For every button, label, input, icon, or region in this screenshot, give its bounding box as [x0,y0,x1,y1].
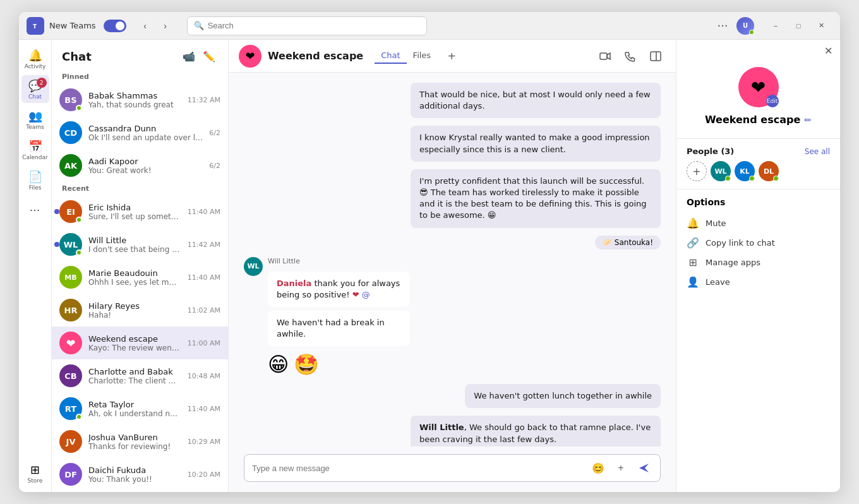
option-copy-link[interactable]: 🔗 Copy link to chat [687,233,830,253]
sidebar-item-calendar[interactable]: 📅 Calendar [21,136,49,164]
mute-icon: 🔔 [687,217,699,229]
audio-call-button[interactable] [620,46,640,66]
mute-label: Mute [706,219,726,228]
grin-emoji: 😁 [268,352,289,376]
chat-item-babak[interactable]: BS Babak Shammas Yah, that sounds great … [52,83,228,116]
people-section-header: People (3) See all [687,147,830,156]
nav-buttons: ‹ › [136,17,174,35]
santouka-badge: 🥟 Santouka! [595,236,661,249]
search-input[interactable] [208,21,420,30]
message-ramen: Will Little, We should go back to that r… [411,416,661,447]
chat-panel-title: Chat [62,50,92,63]
person-avatar-1: WL [711,161,731,181]
close-icon[interactable]: ✕ [824,45,832,57]
video-call-button[interactable] [595,46,615,66]
chat-item-eric[interactable]: EI Eric Ishida Sure, I'll set up somethi… [52,195,228,228]
sidebar-item-more[interactable]: ··· [21,196,49,224]
person-avatar-3: DL [759,161,779,181]
chat-tabs: Chat Files [375,48,437,64]
avatar-hilary: HR [59,299,82,321]
chat-item-aadi[interactable]: AK Aadi Kapoor You: Great work! 6/2 [52,149,228,182]
chat-info-eric: Eric Ishida Sure, I'll set up something … [88,203,181,221]
chat-list-panel: Chat 📹 ✏️ Pinned BS Babak Shammas Yah, t… [52,40,229,492]
chat-info-daichi: Daichi Fukuda You: Thank you!! [88,465,181,484]
edit-avatar-button[interactable]: Edit [766,95,779,107]
chat-item-will[interactable]: WL Will Little I don't see that being an… [52,228,228,261]
divider-1 [676,138,840,139]
option-leave[interactable]: 👤 Leave [687,272,830,292]
new-teams-toggle[interactable] [104,20,126,32]
side-panel-button[interactable] [646,46,666,66]
new-chat-button[interactable]: ✏️ [200,47,218,65]
online-dot [76,414,82,420]
chat-badge: 2 [37,78,47,88]
chat-item-daichi[interactable]: DF Daichi Fukuda You: Thank you!! 10:20 … [52,458,228,491]
close-button[interactable]: ✕ [810,17,832,35]
chat-info-charlotte: Charlotte and Babak Charlotte: The clien… [88,367,181,385]
will-sender-name: Will Little [268,257,505,265]
message-input-box[interactable]: 😊 + [244,454,661,482]
app-name: New Teams [49,21,96,30]
divider-2 [676,189,840,189]
online-dot [725,176,731,181]
user-avatar[interactable]: U [736,17,754,35]
pinned-label: Pinned [52,70,228,83]
copy-link-icon: 🔗 [687,237,699,249]
forward-button[interactable]: › [157,17,174,35]
group-name-row: Weekend escape ✏️ [705,114,812,126]
add-person-button[interactable]: + [687,161,707,181]
chat-item-hilary[interactable]: HR Hilary Reyes Haha! 11:02 AM [52,294,228,327]
group-chat-avatar: ❤️ [239,45,261,68]
see-all-button[interactable]: See all [805,147,830,156]
tab-chat[interactable]: Chat [375,48,406,64]
leave-label: Leave [706,277,730,287]
maximize-button[interactable]: □ [787,17,810,35]
more-options-button[interactable]: ··· [714,17,731,35]
heart-emoji: ❤️ [352,290,359,299]
sidebar-item-files[interactable]: 📄 Files [21,166,49,194]
sidebar-item-store[interactable]: ⊞ Store [21,459,49,487]
option-mute[interactable]: 🔔 Mute [687,213,830,233]
santouka-emoji: 🥟 [603,238,612,247]
search-bar[interactable]: 🔍 [187,16,427,35]
activity-icon: 🔔 [28,49,42,62]
chat-info-hilary: Hilary Reyes Haha! [88,301,181,320]
more-icon: ··· [30,205,40,215]
tab-files[interactable]: Files [407,48,438,64]
title-bar: T New Teams ‹ › 🔍 ··· U − □ ✕ [19,12,840,40]
emoji-button[interactable]: 😊 [589,459,607,477]
edit-name-button[interactable]: ✏️ [804,115,812,125]
online-dot [749,176,755,181]
sidebar-item-chat[interactable]: 💬 Chat 2 [21,75,49,103]
chat-item-cassandra[interactable]: CD Cassandra Dunn Ok I'll send an update… [52,116,228,149]
video-call-button[interactable]: 📹 [180,47,198,65]
attach-button[interactable]: + [612,459,630,477]
sidebar-item-activity[interactable]: 🔔 Activity [21,45,49,73]
chat-item-marie[interactable]: MB Marie Beaudouin Ohhh I see, yes let m… [52,261,228,294]
people-avatars: + WL KL DL [687,161,830,181]
chat-info-aadi: Aadi Kapoor You: Great work! [88,157,203,175]
message-input[interactable] [252,464,584,473]
send-button[interactable] [635,459,652,477]
avatar-daichi: DF [59,463,82,486]
chat-item-reta[interactable]: RT Reta Taylor Ah, ok I understand now. … [52,392,228,425]
chat-item-kadji[interactable]: KB Kadji Bell You: I like the idea, let'… [52,491,228,492]
person-avatar-2: KL [735,161,755,181]
main-layout: 🔔 Activity 💬 Chat 2 👥 Teams 📅 Calendar 📄… [19,40,840,492]
chat-item-charlotte[interactable]: CB Charlotte and Babak Charlotte: The cl… [52,359,228,392]
sidebar-item-teams[interactable]: 👥 Teams [21,105,49,133]
options-section: Options 🔔 Mute 🔗 Copy link to chat ⊞ Man… [676,192,840,297]
message-3: I'm pretty confident that this launch wi… [411,169,661,228]
chat-item-weekend[interactable]: ❤️ Weekend escape Kayo: The review went … [52,327,228,359]
unread-indicator [54,242,59,247]
search-icon: 🔍 [194,21,204,30]
santouka-container: 🥟 Santouka! [244,236,661,249]
chat-item-joshua[interactable]: JV Joshua VanBuren Thanks for reviewing!… [52,425,228,458]
chat-header-actions: 📹 ✏️ [180,47,218,65]
back-button[interactable]: ‹ [136,17,154,35]
minimize-button[interactable]: − [764,17,787,35]
close-panel-button[interactable]: ✕ [676,40,840,62]
add-tab-button[interactable]: + [443,48,460,64]
option-manage-apps[interactable]: ⊞ Manage apps [687,253,830,272]
chat-list-header: Chat 📹 ✏️ [52,40,228,70]
